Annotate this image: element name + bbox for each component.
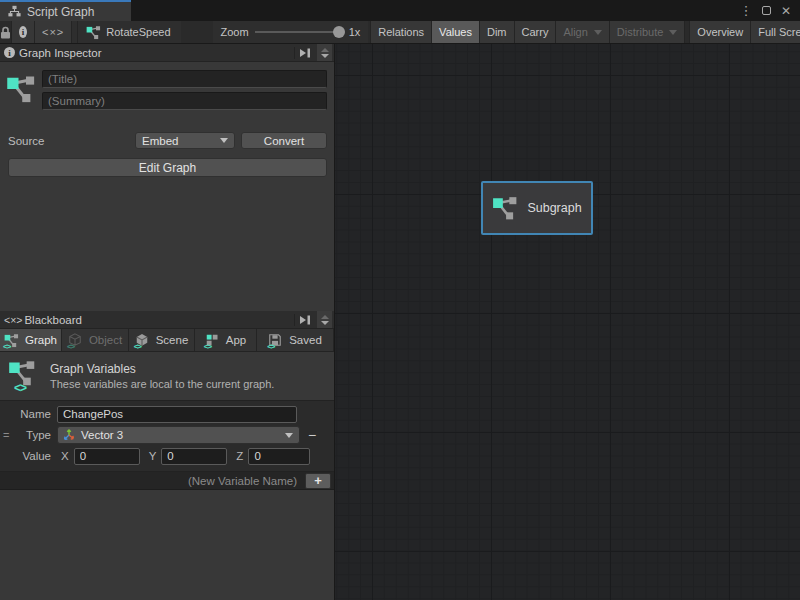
window-tab-bar: Script Graph ⋮ ✕: [0, 0, 800, 21]
drag-handle-icon[interactable]: =: [3, 429, 9, 441]
info-icon: i: [19, 26, 27, 38]
header-scroll-arrows[interactable]: [317, 311, 332, 328]
source-value: Embed: [142, 135, 178, 147]
inspect-button[interactable]: i: [11, 21, 35, 43]
zoom-label: Zoom: [221, 26, 249, 38]
graph-breadcrumb[interactable]: RotateSpeed: [78, 21, 180, 43]
tab-script-graph[interactable]: Script Graph: [0, 0, 131, 21]
graph-toolbar: i <×> RotateSpeed Zoom 1x Relations Valu…: [0, 21, 800, 44]
graph-variables-icon: <>: [8, 359, 38, 393]
main-split: i Graph Inspector: [0, 44, 800, 600]
graph-inspector-header[interactable]: i Graph Inspector: [0, 44, 334, 62]
graph-variables-title: Graph Variables: [50, 362, 274, 376]
y-value-input[interactable]: [161, 448, 227, 465]
info-icon: i: [4, 47, 15, 58]
source-label: Source: [8, 135, 44, 147]
chevron-down-icon: [220, 138, 228, 143]
tab-scene-label: Scene: [156, 334, 189, 346]
tab-saved-label: Saved: [289, 334, 322, 346]
variable-name-input[interactable]: [57, 406, 297, 423]
relations-button[interactable]: Relations: [370, 21, 432, 43]
dim-button[interactable]: Dim: [480, 21, 515, 43]
zoom-control: Zoom 1x: [213, 21, 369, 43]
graph-inspector-title: Graph Inspector: [19, 47, 101, 59]
graph-icon: [492, 195, 518, 221]
variable-editor: = Name Type Vector 3: [0, 400, 334, 472]
code-icon: <>: [134, 342, 141, 351]
graph-title-input[interactable]: [42, 70, 327, 88]
name-label: Name: [0, 408, 57, 420]
graph-summary-input[interactable]: [42, 92, 327, 110]
tab-app-label: App: [226, 334, 246, 346]
align-button[interactable]: Align: [556, 21, 609, 43]
toolbar-buttons: Relations Values Dim Carry Align Distrib…: [370, 21, 800, 43]
graph-hierarchy-icon: [8, 5, 21, 18]
zoom-slider-handle[interactable]: [333, 26, 345, 38]
variables-toggle-button[interactable]: <×>: [35, 21, 72, 43]
tab-app[interactable]: <> App: [195, 329, 257, 351]
code-icon: <>: [14, 381, 26, 395]
values-button[interactable]: Values: [432, 21, 480, 43]
graph-inspector-body: Source Embed Convert Edit Graph: [0, 62, 334, 311]
tab-title: Script Graph: [27, 5, 94, 19]
new-variable-row: (New Variable Name) +: [0, 472, 334, 490]
zoom-value: 1x: [349, 26, 361, 38]
convert-button[interactable]: Convert: [241, 132, 327, 149]
subgraph-node[interactable]: Subgraph: [481, 181, 593, 235]
distribute-button[interactable]: Distribute: [610, 21, 685, 43]
graph-icon: [86, 25, 101, 40]
tab-graph-label: Graph: [25, 334, 57, 346]
align-label: Align: [563, 26, 587, 38]
code-xml-icon: <×>: [4, 314, 22, 326]
overview-button[interactable]: Overview: [689, 21, 751, 43]
blackboard-empty-area: [0, 490, 334, 600]
distribute-label: Distribute: [617, 26, 663, 38]
variable-type-dropdown[interactable]: Vector 3: [57, 426, 300, 444]
code-icon: <>: [3, 342, 10, 351]
tab-object[interactable]: <> Object: [62, 329, 129, 351]
close-icon[interactable]: ✕: [778, 3, 794, 19]
lock-icon: [0, 26, 11, 39]
sidebar-panel: i Graph Inspector: [0, 44, 335, 600]
blackboard-header[interactable]: <×> Blackboard: [0, 311, 334, 329]
maximize-icon[interactable]: [758, 3, 774, 19]
dock-icon[interactable]: [294, 314, 315, 326]
blackboard-tabs: <> Graph <> Object: [0, 329, 334, 352]
lock-button[interactable]: [0, 21, 11, 43]
scroll-up-icon: [321, 48, 329, 52]
x-value-input[interactable]: [74, 448, 140, 465]
z-value-input[interactable]: [248, 448, 310, 465]
variable-name-row: Name: [0, 404, 334, 424]
dock-icon[interactable]: [294, 47, 315, 59]
chevron-down-icon: [594, 30, 602, 35]
subgraph-node-label: Subgraph: [527, 201, 581, 215]
graph-variables-intro: <> Graph Variables These variables are l…: [0, 352, 334, 400]
tab-saved[interactable]: <> Saved: [257, 329, 334, 351]
variable-type-value: Vector 3: [81, 429, 123, 441]
edit-graph-button[interactable]: Edit Graph: [8, 158, 327, 177]
tab-scene[interactable]: <> Scene: [129, 329, 195, 351]
remove-variable-button[interactable]: −: [308, 428, 316, 442]
window-menu-icon[interactable]: ⋮: [738, 3, 754, 19]
tab-graph[interactable]: <> Graph: [0, 329, 62, 351]
source-dropdown[interactable]: Embed: [135, 132, 235, 149]
code-icon: <>: [204, 342, 211, 351]
chevron-down-icon: [669, 30, 677, 35]
add-variable-button[interactable]: +: [305, 473, 331, 489]
graph-canvas[interactable]: Subgraph: [335, 44, 800, 600]
variable-value-row: Value X Y Z: [0, 446, 334, 466]
code-icon: <>: [267, 342, 274, 351]
code-icon: <>: [67, 342, 74, 351]
scroll-down-icon: [321, 321, 329, 325]
new-variable-input[interactable]: (New Variable Name): [0, 475, 305, 487]
window-controls: ⋮ ✕: [738, 0, 800, 21]
vector3-icon: [62, 428, 76, 442]
full-screen-button[interactable]: Full Screen: [751, 21, 800, 43]
carry-button[interactable]: Carry: [515, 21, 557, 43]
script-graph-window: Script Graph ⋮ ✕ i <×> RotateSpeed: [0, 0, 800, 600]
graph-icon: [0, 70, 42, 104]
graph-name-label: RotateSpeed: [106, 26, 170, 38]
zoom-slider[interactable]: [255, 31, 343, 33]
code-xml-icon: <×>: [42, 26, 64, 38]
header-scroll-arrows[interactable]: [317, 44, 332, 61]
